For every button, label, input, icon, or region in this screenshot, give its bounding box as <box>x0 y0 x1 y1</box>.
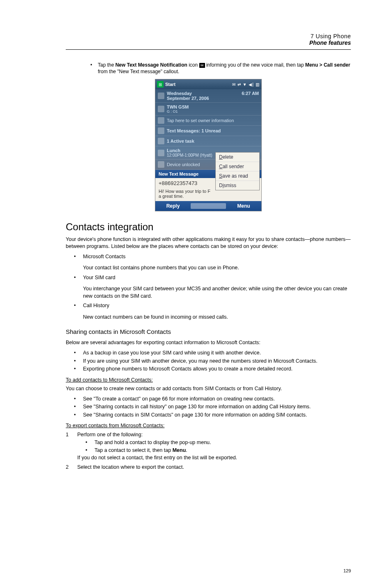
add-contacts-list: •See "To create a contact" on page 66 fo… <box>74 396 351 419</box>
lock-label: Device unlocked <box>167 162 200 167</box>
export-steps: 1Perform one of the following: <box>66 431 351 439</box>
start-flag-icon: ⊞ <box>157 81 164 88</box>
list-item: See "Sharing contacts in call history" o… <box>83 403 311 411</box>
appt-label: Lunch <box>167 148 212 153</box>
messages-icon <box>158 127 164 134</box>
text: icon <box>187 62 199 68</box>
menu-save-as-read[interactable]: Save as read <box>216 171 259 181</box>
softkey-bar: Reply Menu <box>155 201 261 211</box>
contacts-integration-heading: Contacts integration <box>66 221 351 233</box>
list-item: See "Sharing contacts in SIM Contacts" o… <box>83 412 307 419</box>
text: informing you of the new voice mail, the… <box>205 62 305 68</box>
list-subtext: New contact numbers can be found in inco… <box>83 314 351 321</box>
step-text: Select the location where to export the … <box>77 463 184 471</box>
screenshot-title: Start <box>165 82 232 87</box>
advantages-list: •As a backup in case you lose your SIM c… <box>74 350 351 373</box>
menu-dismiss[interactable]: Dismiss <box>216 181 259 190</box>
mail-icon: ✉ <box>199 63 205 68</box>
header-section: Phone features <box>66 39 351 46</box>
tasks-label: 1 Active task <box>167 139 194 144</box>
sharing-heading: Sharing contacts in Microsoft Contacts <box>66 328 351 335</box>
message-popup: +886922357473 Hi! How was your trip to F… <box>155 178 261 201</box>
list-subtext: Your contact list contains phone numbers… <box>83 264 351 272</box>
list-item: Microsoft Contacts <box>83 253 126 261</box>
context-menu: Delete Call sender Save as read Dismiss <box>215 152 260 190</box>
step-text: Perform one of the following: <box>77 431 143 439</box>
tasks-icon <box>158 138 164 144</box>
menu-call-sender[interactable]: Call sender <box>216 162 259 171</box>
lock-icon <box>158 161 164 168</box>
contacts-sources-list: •Microsoft Contacts <box>74 253 351 261</box>
header-rule <box>66 49 351 50</box>
list-item: See "To create a contact" on page 66 for… <box>83 396 275 403</box>
signal-label: G : O1 <box>167 109 189 113</box>
carrier-label: TWN GSM <box>167 104 189 109</box>
list-item: Tap a contact to select it, then tap Men… <box>95 447 187 454</box>
step1-note: If you do not select a contact, the firs… <box>77 454 351 462</box>
list-item: Call History <box>83 302 109 310</box>
header-chapter: 7 Using Phone <box>66 33 351 39</box>
text-bold: Menu > Call sender <box>305 62 350 68</box>
messages-label: Text Messages: 1 Unread <box>167 128 221 133</box>
export-contacts-heading: To export contacts from Microsoft Contac… <box>66 423 351 428</box>
step1-options: •Tap and hold a contact to display the p… <box>85 439 351 454</box>
message-preview: Hi! How was your trip to F a great time. <box>155 188 217 200</box>
screenshot-body: Wednesday September 27, 2006 6:27 AM TWN… <box>155 89 261 211</box>
calendar-icon <box>158 150 164 156</box>
keyboard-icon[interactable] <box>191 203 226 209</box>
list-subtext: You interchange your SIM card between yo… <box>83 285 351 300</box>
softkey-menu[interactable]: Menu <box>226 203 261 209</box>
list-item: As a backup in case you lose your SIM ca… <box>83 350 261 357</box>
sharing-intro: Below are several advantages for exporti… <box>66 339 351 346</box>
owner-icon <box>158 117 164 124</box>
day-label: Wednesday <box>167 91 209 96</box>
page-number: 129 <box>344 568 351 573</box>
page-header: 7 Using Phone Phone features <box>66 33 351 46</box>
list-item: Tap and hold a contact to display the po… <box>95 439 211 447</box>
text: from the "New Text message" callout. <box>98 69 179 74</box>
time-label: 6:27 AM <box>242 91 259 101</box>
signal-icon <box>158 106 164 112</box>
list-item: Your SIM card <box>83 274 115 282</box>
date-label: September 27, 2006 <box>167 96 209 101</box>
add-contacts-intro: You can choose to create new contacts or… <box>66 385 351 392</box>
text-bold: New Text Message Notification <box>115 62 187 68</box>
status-icons: ✉ ⇄ ▼ ◀ǀ ▥ <box>232 82 260 87</box>
device-screenshot: ⊞ Start ✉ ⇄ ▼ ◀ǀ ▥ Wednesday September 2… <box>155 79 262 211</box>
contacts-intro: Your device's phone function is integrat… <box>66 236 351 250</box>
softkey-reply[interactable]: Reply <box>155 203 191 209</box>
list-item: If you are using your SIM with another d… <box>83 358 317 365</box>
clock-icon <box>158 93 164 99</box>
menu-delete[interactable]: Delete <box>216 153 259 162</box>
appt-time-label: 12:00PM-1:00PM (Hyatt) <box>167 153 212 157</box>
list-item: Exporting phone numbers to Microsoft Con… <box>83 366 293 373</box>
add-contacts-heading: To add contacts to Microsoft Contacts: <box>66 377 351 383</box>
owner-label: Tap here to set owner information <box>167 118 234 123</box>
screenshot-titlebar: ⊞ Start ✉ ⇄ ▼ ◀ǀ ▥ <box>155 79 261 89</box>
intro-bullet: • Tap the New Text Message Notification … <box>90 62 351 75</box>
text: Tap the <box>98 62 115 68</box>
